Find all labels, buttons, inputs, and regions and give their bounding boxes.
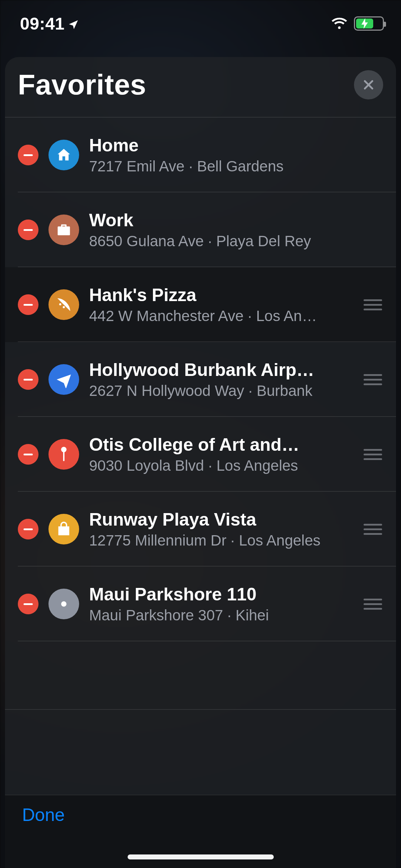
minus-icon bbox=[24, 603, 33, 605]
home-icon bbox=[48, 140, 79, 170]
drag-handle-bar bbox=[364, 374, 382, 376]
status-time: 09:41 bbox=[20, 14, 65, 33]
dot-icon bbox=[48, 589, 79, 619]
sheet-title: Favorites bbox=[18, 68, 146, 101]
delete-button[interactable] bbox=[18, 594, 38, 614]
drag-handle-bar bbox=[364, 603, 382, 605]
drag-handle-bar bbox=[364, 533, 382, 535]
svg-point-2 bbox=[61, 601, 67, 607]
favorite-subtitle: 442 W Manchester Ave · Los An… bbox=[89, 308, 353, 325]
favorite-text: Maui Parkshore 110Maui Parkshore 307 · K… bbox=[89, 584, 353, 624]
favorite-subtitle: Maui Parkshore 307 · Kihei bbox=[89, 607, 353, 624]
favorite-title: Hank's Pizza bbox=[89, 285, 353, 305]
drag-handle-bar bbox=[364, 454, 382, 455]
favorite-subtitle: 7217 Emil Ave · Bell Gardens bbox=[89, 158, 383, 175]
favorite-title: Runway Playa Vista bbox=[89, 509, 353, 530]
favorites-sheet: Favorites Home7217 Emil Ave · Bell Garde… bbox=[5, 57, 396, 868]
row-divider bbox=[18, 641, 396, 641]
shopping-icon bbox=[48, 514, 79, 544]
battery-fill bbox=[356, 19, 373, 29]
favorite-subtitle: 12775 Millennium Dr · Los Angeles bbox=[89, 532, 353, 549]
drag-handle-bar bbox=[364, 379, 382, 381]
delete-button[interactable] bbox=[18, 369, 38, 390]
drag-handle-bar bbox=[364, 304, 382, 306]
close-button[interactable] bbox=[354, 70, 383, 99]
favorite-text: Runway Playa Vista12775 Millennium Dr · … bbox=[89, 509, 353, 549]
status-left: 09:41 bbox=[20, 14, 79, 33]
favorite-text: Home7217 Emil Ave · Bell Gardens bbox=[89, 135, 383, 175]
minus-icon bbox=[24, 379, 33, 381]
favorite-text: Otis College of Art and…9030 Loyola Blvd… bbox=[89, 434, 353, 474]
minus-icon bbox=[24, 229, 33, 231]
favorite-subtitle: 2627 N Hollywood Way · Burbank bbox=[89, 382, 353, 399]
drag-handle[interactable] bbox=[363, 374, 383, 385]
pin-icon bbox=[48, 439, 79, 470]
favorite-subtitle: 9030 Loyola Blvd · Los Angeles bbox=[89, 457, 353, 474]
drag-handle-bar bbox=[364, 383, 382, 385]
close-icon bbox=[362, 78, 375, 91]
delete-button[interactable] bbox=[18, 145, 38, 165]
favorite-title: Home bbox=[89, 135, 383, 156]
drag-handle[interactable] bbox=[363, 524, 383, 535]
favorite-row[interactable]: Maui Parkshore 110Maui Parkshore 307 · K… bbox=[5, 567, 396, 641]
delete-button[interactable] bbox=[18, 444, 38, 465]
favorite-text: Hollywood Burbank Airp…2627 N Hollywood … bbox=[89, 360, 353, 399]
favorite-title: Maui Parkshore 110 bbox=[89, 584, 353, 605]
drag-handle-bar bbox=[364, 528, 382, 530]
svg-point-0 bbox=[61, 447, 66, 452]
favorite-row[interactable]: Otis College of Art and…9030 Loyola Blvd… bbox=[5, 417, 396, 492]
minus-icon bbox=[24, 154, 33, 156]
favorite-row[interactable]: Home7217 Emil Ave · Bell Gardens bbox=[5, 118, 396, 192]
wifi-icon bbox=[331, 17, 348, 30]
status-bar: 09:41 bbox=[0, 0, 401, 47]
drag-handle[interactable] bbox=[363, 299, 383, 310]
svg-rect-1 bbox=[63, 451, 65, 461]
drag-handle-bar bbox=[364, 449, 382, 451]
delete-button[interactable] bbox=[18, 294, 38, 315]
minus-icon bbox=[24, 304, 33, 306]
sheet-header: Favorites bbox=[5, 57, 396, 117]
favorite-text: Work8650 Gulana Ave · Playa Del Rey bbox=[89, 210, 383, 250]
favorite-title: Otis College of Art and… bbox=[89, 434, 353, 455]
battery-icon bbox=[354, 16, 384, 31]
favorite-row[interactable]: Hollywood Burbank Airp…2627 N Hollywood … bbox=[5, 342, 396, 417]
minus-icon bbox=[24, 528, 33, 530]
favorite-row[interactable]: Runway Playa Vista12775 Millennium Dr · … bbox=[5, 492, 396, 567]
home-indicator[interactable] bbox=[128, 854, 274, 859]
list-bottom-divider bbox=[5, 709, 396, 710]
minus-icon bbox=[24, 454, 33, 455]
drag-handle-bar bbox=[364, 458, 382, 460]
briefcase-icon bbox=[48, 215, 79, 245]
charging-bolt-icon bbox=[361, 18, 368, 29]
drag-handle-bar bbox=[364, 309, 382, 310]
delete-button[interactable] bbox=[18, 519, 38, 539]
pizza-icon bbox=[48, 289, 79, 320]
drag-handle[interactable] bbox=[363, 449, 383, 460]
favorite-subtitle: 8650 Gulana Ave · Playa Del Rey bbox=[89, 233, 383, 250]
location-arrow-icon bbox=[68, 14, 79, 33]
favorite-title: Work bbox=[89, 210, 383, 231]
drag-handle-bar bbox=[364, 524, 382, 526]
favorite-title: Hollywood Burbank Airp… bbox=[89, 360, 353, 380]
airplane-icon bbox=[48, 364, 79, 395]
favorite-text: Hank's Pizza442 W Manchester Ave · Los A… bbox=[89, 285, 353, 325]
status-right bbox=[331, 16, 384, 31]
drag-handle-bar bbox=[364, 299, 382, 301]
drag-handle[interactable] bbox=[363, 599, 383, 610]
favorite-row[interactable]: Hank's Pizza442 W Manchester Ave · Los A… bbox=[5, 267, 396, 342]
favorite-row[interactable]: Work8650 Gulana Ave · Playa Del Rey bbox=[5, 192, 396, 267]
drag-handle-bar bbox=[364, 599, 382, 600]
done-button[interactable]: Done bbox=[22, 805, 379, 825]
favorites-list: Home7217 Emil Ave · Bell Gardens Work865… bbox=[5, 118, 396, 641]
drag-handle-bar bbox=[364, 608, 382, 610]
delete-button[interactable] bbox=[18, 219, 38, 240]
